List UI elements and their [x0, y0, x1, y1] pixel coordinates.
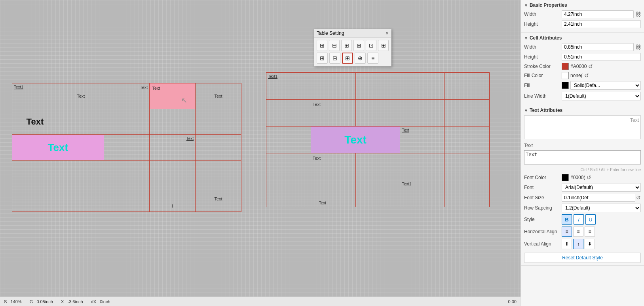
table-cell[interactable] [12, 161, 58, 186]
right-table[interactable]: Text1 Text [266, 72, 490, 207]
height-input[interactable] [562, 20, 641, 28]
font-color-reset[interactable]: ↺ [587, 174, 591, 181]
table-cell[interactable]: Text [150, 135, 196, 161]
align-center-button[interactable]: ≡ [573, 227, 583, 237]
table-icon-7[interactable]: ⊞ [317, 53, 328, 64]
table-cell[interactable] [355, 153, 400, 180]
cell-text-bold: Text [12, 109, 58, 134]
table-cell[interactable]: Text [104, 83, 150, 109]
table-cell[interactable] [196, 109, 241, 135]
align-left-button[interactable]: ≡ [562, 227, 572, 237]
collapse-icon-text[interactable]: ▼ [524, 108, 528, 113]
collapse-icon-cell[interactable]: ▼ [524, 36, 528, 40]
left-table[interactable]: Text1 Text Text Text ↖ Text [12, 83, 241, 212]
table-row: Text Text [12, 135, 241, 161]
table-icon-1[interactable]: ⊞ [317, 40, 327, 51]
line-width-select[interactable]: 1(Default) [562, 92, 641, 100]
width-input[interactable] [562, 10, 634, 18]
table-cell[interactable] [150, 161, 196, 186]
table-cell[interactable]: I [150, 186, 196, 212]
table-cell[interactable]: Text1 [12, 83, 58, 109]
table-cell[interactable] [266, 153, 311, 180]
table-cell[interactable] [445, 127, 490, 153]
table-cell[interactable] [445, 100, 490, 127]
cell-width-input[interactable] [562, 43, 634, 51]
table-icon-9[interactable]: ⊞ [342, 53, 353, 64]
font-size-reset[interactable]: ↺ [636, 195, 641, 201]
table-cell-highlighted[interactable]: Text ↖ [150, 83, 196, 109]
table-cell[interactable]: Text [196, 83, 241, 109]
table-cell[interactable] [58, 109, 104, 135]
table-cell[interactable] [104, 186, 150, 212]
table-icon-3[interactable]: ⊞ [341, 40, 352, 51]
table-cell[interactable]: Text1 [400, 180, 445, 207]
table-icon-6[interactable]: ⊞ [378, 40, 389, 51]
height-label: Height [524, 21, 562, 27]
reset-default-style-button[interactable]: Reset Default Style [524, 253, 641, 263]
table-cell[interactable] [445, 180, 490, 207]
table-cell[interactable]: Text [311, 100, 355, 127]
table-cell[interactable] [355, 100, 400, 127]
table-icon-11[interactable]: ≡ [367, 53, 378, 64]
table-cell[interactable] [311, 73, 355, 100]
bold-button[interactable]: B [562, 214, 572, 225]
table-cell[interactable]: Text [400, 127, 445, 153]
font-color-swatch[interactable] [562, 174, 569, 181]
valign-middle-button[interactable]: ↕ [573, 239, 583, 249]
table-cell[interactable] [266, 180, 311, 207]
table-cell[interactable]: Text [311, 153, 355, 180]
fill-swatch[interactable] [562, 82, 569, 89]
table-cell[interactable]: Text [12, 109, 58, 135]
italic-button[interactable]: I [574, 214, 584, 225]
table-cell[interactable] [400, 73, 445, 100]
collapse-icon[interactable]: ▼ [524, 3, 528, 8]
table-cell[interactable] [58, 161, 104, 186]
fill-color-swatch[interactable] [562, 72, 569, 79]
fill-color-reset[interactable]: ↺ [584, 72, 589, 79]
text-input-container: Text [524, 150, 641, 167]
table-icon-2[interactable]: ⊟ [329, 40, 340, 51]
table-cell[interactable] [355, 180, 400, 207]
dialog-close-button[interactable]: × [386, 30, 389, 36]
link-icon[interactable]: ⛓ [635, 11, 641, 17]
table-cell[interactable] [196, 135, 241, 161]
table-cell[interactable] [266, 100, 311, 127]
table-cell[interactable]: Text1 [266, 73, 311, 100]
table-icon-5[interactable]: ⊡ [366, 40, 376, 51]
table-icon-8[interactable]: ⊟ [329, 53, 340, 64]
table-cell[interactable] [400, 100, 445, 127]
fill-select[interactable]: Solid(Defa... [570, 81, 641, 90]
underline-button[interactable]: U [585, 214, 596, 225]
table-cell[interactable]: Text [311, 180, 355, 207]
font-select[interactable]: Arial(Default) [562, 183, 641, 192]
table-icon-10[interactable]: ⊕ [355, 53, 366, 64]
table-cell[interactable] [104, 135, 150, 161]
table-cell[interactable]: Text [196, 186, 241, 212]
table-cell[interactable] [104, 109, 150, 135]
row-spacing-select[interactable]: 1.2(Default) [562, 204, 641, 212]
table-cell[interactable] [266, 127, 311, 153]
stroke-color-reset[interactable]: ↺ [588, 63, 593, 70]
text-input[interactable]: Text [524, 150, 641, 164]
table-cell[interactable] [150, 109, 196, 135]
table-cell[interactable] [196, 161, 241, 186]
table-cell[interactable] [104, 161, 150, 186]
table-cell[interactable] [400, 153, 445, 180]
link-icon-cell[interactable]: ⛓ [635, 44, 641, 50]
table-cell-merged[interactable]: Text [311, 127, 400, 153]
cell-height-input[interactable] [562, 53, 641, 61]
table-cell-merged[interactable]: Text [12, 135, 104, 161]
time-display: 0:00 [508, 299, 517, 304]
table-cell[interactable]: Text [58, 83, 104, 109]
align-right-button[interactable]: ≡ [585, 227, 595, 237]
font-size-input[interactable] [562, 194, 635, 202]
valign-top-button[interactable]: ⬆ [562, 239, 572, 249]
table-cell[interactable] [355, 73, 400, 100]
table-icon-4[interactable]: ⊞ [353, 40, 364, 51]
table-cell[interactable] [445, 153, 490, 180]
stroke-color-swatch[interactable] [562, 63, 569, 70]
table-cell[interactable] [12, 186, 58, 212]
valign-bottom-button[interactable]: ⬇ [585, 239, 595, 249]
table-cell[interactable] [58, 186, 104, 212]
table-cell[interactable] [445, 73, 490, 100]
